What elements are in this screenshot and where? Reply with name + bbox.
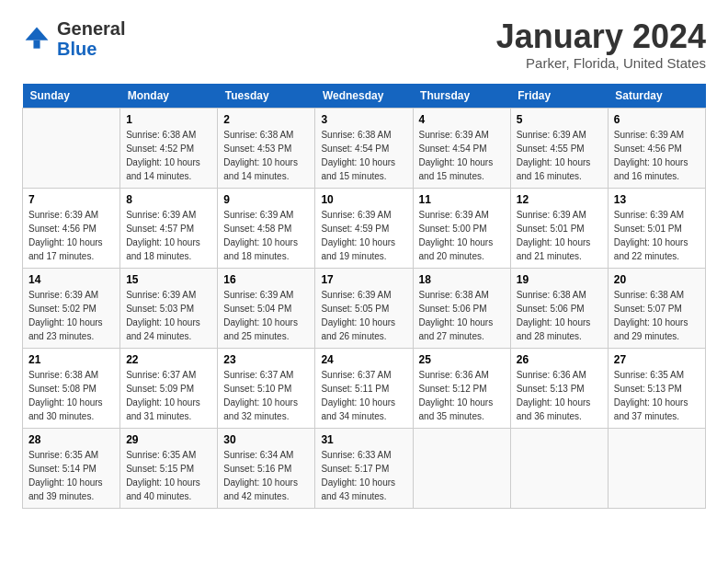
- calendar-cell: 30Sunrise: 6:34 AM Sunset: 5:16 PM Dayli…: [218, 428, 315, 508]
- day-number: 24: [321, 353, 406, 366]
- day-number: 15: [126, 273, 211, 286]
- weekday-header-tuesday: Tuesday: [218, 84, 315, 109]
- weekday-header-row: SundayMondayTuesdayWednesdayThursdayFrid…: [23, 84, 706, 109]
- calendar-cell: 23Sunrise: 6:37 AM Sunset: 5:10 PM Dayli…: [218, 348, 315, 428]
- calendar-cell: 27Sunrise: 6:35 AM Sunset: 5:13 PM Dayli…: [608, 348, 705, 428]
- day-number: 11: [419, 193, 505, 206]
- day-number: 21: [28, 353, 114, 366]
- day-info: Sunrise: 6:33 AM Sunset: 5:17 PM Dayligh…: [321, 448, 406, 503]
- day-number: 8: [126, 193, 211, 206]
- calendar-cell: 16Sunrise: 6:39 AM Sunset: 5:04 PM Dayli…: [218, 268, 315, 348]
- calendar-week-row: 7Sunrise: 6:39 AM Sunset: 4:56 PM Daylig…: [23, 188, 706, 268]
- day-number: 22: [126, 353, 211, 366]
- day-info: Sunrise: 6:35 AM Sunset: 5:13 PM Dayligh…: [614, 368, 700, 423]
- logo: General Blue: [22, 18, 125, 59]
- calendar-table: SundayMondayTuesdayWednesdayThursdayFrid…: [22, 84, 706, 509]
- day-info: Sunrise: 6:37 AM Sunset: 5:10 PM Dayligh…: [223, 368, 309, 423]
- calendar-cell: 3Sunrise: 6:38 AM Sunset: 4:54 PM Daylig…: [315, 108, 413, 188]
- day-info: Sunrise: 6:39 AM Sunset: 4:55 PM Dayligh…: [517, 128, 602, 183]
- day-info: Sunrise: 6:38 AM Sunset: 4:53 PM Dayligh…: [223, 128, 309, 183]
- calendar-cell: [608, 428, 705, 508]
- day-info: Sunrise: 6:39 AM Sunset: 5:02 PM Dayligh…: [28, 288, 114, 343]
- day-info: Sunrise: 6:36 AM Sunset: 5:12 PM Dayligh…: [419, 368, 505, 423]
- day-number: 18: [419, 273, 505, 286]
- weekday-header-friday: Friday: [510, 84, 608, 109]
- calendar-week-row: 14Sunrise: 6:39 AM Sunset: 5:02 PM Dayli…: [23, 268, 706, 348]
- day-number: 16: [223, 273, 309, 286]
- calendar-cell: 21Sunrise: 6:38 AM Sunset: 5:08 PM Dayli…: [23, 348, 120, 428]
- calendar-cell: 24Sunrise: 6:37 AM Sunset: 5:11 PM Dayli…: [315, 348, 413, 428]
- day-info: Sunrise: 6:38 AM Sunset: 4:54 PM Dayligh…: [321, 128, 406, 183]
- day-info: Sunrise: 6:39 AM Sunset: 4:56 PM Dayligh…: [28, 208, 114, 263]
- day-info: Sunrise: 6:38 AM Sunset: 4:52 PM Dayligh…: [126, 128, 211, 183]
- day-number: 31: [321, 433, 406, 446]
- calendar-cell: 19Sunrise: 6:38 AM Sunset: 5:06 PM Dayli…: [510, 268, 608, 348]
- calendar-cell: [23, 108, 120, 188]
- day-info: Sunrise: 6:37 AM Sunset: 5:11 PM Dayligh…: [321, 368, 406, 423]
- day-number: 4: [419, 113, 505, 126]
- calendar-cell: 25Sunrise: 6:36 AM Sunset: 5:12 PM Dayli…: [413, 348, 510, 428]
- day-info: Sunrise: 6:38 AM Sunset: 5:06 PM Dayligh…: [419, 288, 505, 343]
- day-number: 13: [614, 193, 700, 206]
- weekday-header-saturday: Saturday: [608, 84, 705, 109]
- weekday-header-wednesday: Wednesday: [315, 84, 413, 109]
- day-number: 14: [28, 273, 114, 286]
- day-number: 9: [223, 193, 309, 206]
- day-info: Sunrise: 6:37 AM Sunset: 5:09 PM Dayligh…: [126, 368, 211, 423]
- weekday-header-thursday: Thursday: [413, 84, 510, 109]
- day-number: 19: [517, 273, 602, 286]
- day-info: Sunrise: 6:39 AM Sunset: 5:01 PM Dayligh…: [614, 208, 700, 263]
- calendar-cell: [413, 428, 510, 508]
- day-number: 30: [223, 433, 309, 446]
- calendar-cell: 29Sunrise: 6:35 AM Sunset: 5:15 PM Dayli…: [120, 428, 218, 508]
- calendar-cell: 8Sunrise: 6:39 AM Sunset: 4:57 PM Daylig…: [120, 188, 218, 268]
- day-number: 20: [614, 273, 700, 286]
- calendar-cell: 7Sunrise: 6:39 AM Sunset: 4:56 PM Daylig…: [23, 188, 120, 268]
- day-number: 26: [517, 353, 602, 366]
- day-number: 17: [321, 273, 406, 286]
- day-number: 7: [28, 193, 114, 206]
- calendar-cell: 1Sunrise: 6:38 AM Sunset: 4:52 PM Daylig…: [120, 108, 218, 188]
- day-number: 10: [321, 193, 406, 206]
- calendar-cell: 2Sunrise: 6:38 AM Sunset: 4:53 PM Daylig…: [218, 108, 315, 188]
- calendar-cell: 22Sunrise: 6:37 AM Sunset: 5:09 PM Dayli…: [120, 348, 218, 428]
- day-number: 23: [223, 353, 309, 366]
- day-info: Sunrise: 6:39 AM Sunset: 4:58 PM Dayligh…: [223, 208, 309, 263]
- day-info: Sunrise: 6:39 AM Sunset: 4:57 PM Dayligh…: [126, 208, 211, 263]
- day-number: 1: [126, 113, 211, 126]
- calendar-title: January 2024: [496, 18, 706, 55]
- day-info: Sunrise: 6:39 AM Sunset: 4:56 PM Dayligh…: [614, 128, 700, 183]
- logo-text: General Blue: [57, 18, 125, 59]
- calendar-week-row: 1Sunrise: 6:38 AM Sunset: 4:52 PM Daylig…: [23, 108, 706, 188]
- calendar-cell: 20Sunrise: 6:38 AM Sunset: 5:07 PM Dayli…: [608, 268, 705, 348]
- calendar-cell: 11Sunrise: 6:39 AM Sunset: 5:00 PM Dayli…: [413, 188, 510, 268]
- day-info: Sunrise: 6:39 AM Sunset: 4:59 PM Dayligh…: [321, 208, 406, 263]
- day-info: Sunrise: 6:39 AM Sunset: 5:05 PM Dayligh…: [321, 288, 406, 343]
- calendar-cell: 15Sunrise: 6:39 AM Sunset: 5:03 PM Dayli…: [120, 268, 218, 348]
- calendar-cell: 26Sunrise: 6:36 AM Sunset: 5:13 PM Dayli…: [510, 348, 608, 428]
- calendar-cell: 6Sunrise: 6:39 AM Sunset: 4:56 PM Daylig…: [608, 108, 705, 188]
- day-number: 28: [28, 433, 114, 446]
- day-info: Sunrise: 6:39 AM Sunset: 5:00 PM Dayligh…: [419, 208, 505, 263]
- calendar-cell: 31Sunrise: 6:33 AM Sunset: 5:17 PM Dayli…: [315, 428, 413, 508]
- day-number: 29: [126, 433, 211, 446]
- svg-rect-1: [33, 40, 40, 49]
- day-info: Sunrise: 6:39 AM Sunset: 4:54 PM Dayligh…: [419, 128, 505, 183]
- logo-icon: [22, 24, 51, 53]
- day-info: Sunrise: 6:39 AM Sunset: 5:03 PM Dayligh…: [126, 288, 211, 343]
- calendar-subtitle: Parker, Florida, United States: [496, 55, 706, 71]
- calendar-cell: 10Sunrise: 6:39 AM Sunset: 4:59 PM Dayli…: [315, 188, 413, 268]
- day-info: Sunrise: 6:38 AM Sunset: 5:06 PM Dayligh…: [517, 288, 602, 343]
- calendar-cell: 9Sunrise: 6:39 AM Sunset: 4:58 PM Daylig…: [218, 188, 315, 268]
- day-number: 12: [517, 193, 602, 206]
- svg-marker-0: [26, 28, 49, 40]
- weekday-header-sunday: Sunday: [23, 84, 120, 109]
- day-info: Sunrise: 6:39 AM Sunset: 5:04 PM Dayligh…: [223, 288, 309, 343]
- calendar-week-row: 21Sunrise: 6:38 AM Sunset: 5:08 PM Dayli…: [23, 348, 706, 428]
- day-info: Sunrise: 6:35 AM Sunset: 5:14 PM Dayligh…: [28, 448, 114, 503]
- calendar-cell: 14Sunrise: 6:39 AM Sunset: 5:02 PM Dayli…: [23, 268, 120, 348]
- day-number: 2: [223, 113, 309, 126]
- calendar-cell: 5Sunrise: 6:39 AM Sunset: 4:55 PM Daylig…: [510, 108, 608, 188]
- calendar-cell: 13Sunrise: 6:39 AM Sunset: 5:01 PM Dayli…: [608, 188, 705, 268]
- day-info: Sunrise: 6:38 AM Sunset: 5:07 PM Dayligh…: [614, 288, 700, 343]
